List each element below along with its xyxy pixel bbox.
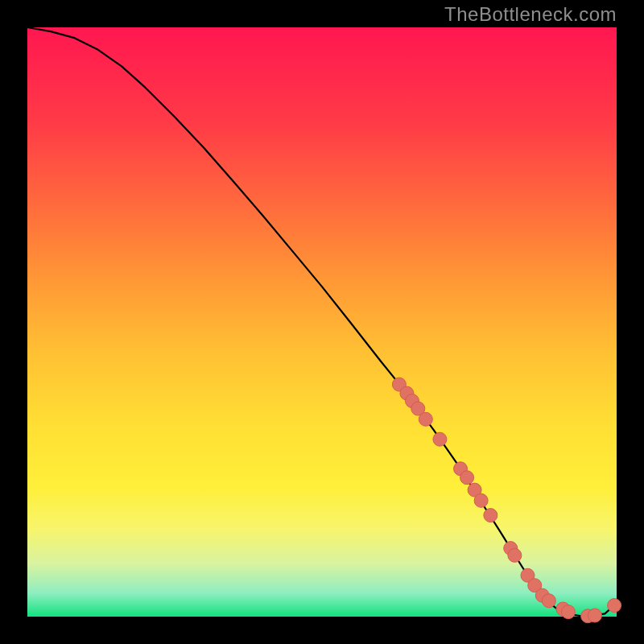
data-marker [508,548,522,562]
data-marker [561,605,575,619]
data-marker [542,594,555,608]
data-marker [419,412,432,426]
plot-area [27,27,617,617]
data-marker [460,471,474,485]
marker-group [392,378,621,623]
watermark-text: TheBottleneck.com [444,3,617,26]
data-marker [433,432,447,446]
data-marker [608,599,621,613]
data-marker [588,609,601,622]
chart-stage: TheBottleneck.com [0,0,644,644]
data-marker [484,509,497,522]
bottleneck-curve [27,27,617,616]
chart-overlay [27,27,617,617]
data-marker [474,493,488,507]
